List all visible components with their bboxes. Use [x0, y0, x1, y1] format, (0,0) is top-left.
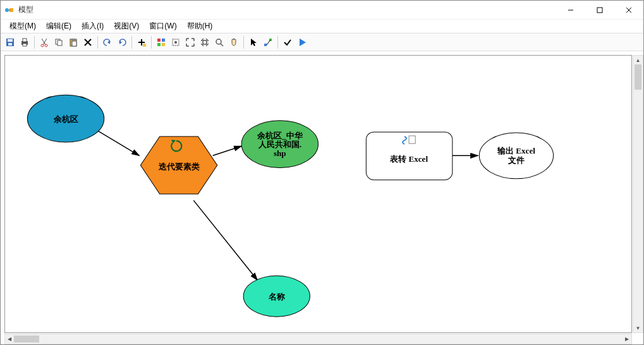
cut-icon[interactable]: [37, 35, 51, 49]
scroll-thumb[interactable]: [635, 64, 641, 90]
maximize-button[interactable]: [585, 1, 614, 20]
node-label: 文件: [507, 155, 525, 165]
redo-icon[interactable]: [115, 35, 129, 49]
svg-rect-43: [409, 136, 415, 143]
scroll-thumb[interactable]: [14, 336, 39, 342]
svg-marker-25: [119, 40, 122, 44]
menu-edit[interactable]: 编辑(E): [41, 20, 76, 33]
scroll-left-icon[interactable]: ◀: [5, 334, 14, 344]
scroll-right-icon[interactable]: ▶: [623, 334, 631, 344]
copy-icon[interactable]: [52, 35, 66, 49]
svg-rect-29: [157, 39, 161, 42]
autolayout-icon[interactable]: [154, 35, 168, 49]
svg-point-16: [45, 44, 47, 47]
toolbar: [1, 33, 643, 51]
save-icon[interactable]: [3, 35, 17, 49]
run-icon[interactable]: [295, 35, 309, 49]
pan-icon[interactable]: [227, 35, 241, 49]
full-extent-icon[interactable]: [169, 35, 183, 49]
connector[interactable]: [213, 146, 242, 155]
app-icon: [4, 5, 15, 15]
svg-rect-8: [8, 39, 13, 42]
minimize-button[interactable]: [556, 1, 585, 20]
zoom-in-icon[interactable]: [183, 35, 197, 49]
svg-rect-35: [203, 40, 207, 44]
svg-rect-30: [162, 39, 165, 42]
svg-marker-38: [251, 39, 257, 46]
delete-icon[interactable]: [81, 35, 95, 49]
print-icon[interactable]: [18, 35, 32, 49]
menu-insert[interactable]: 插入(I): [76, 20, 109, 33]
svg-rect-4: [597, 8, 602, 13]
toolbar-separator: [34, 36, 35, 49]
menu-window[interactable]: 窗口(W): [144, 20, 181, 33]
svg-point-34: [174, 41, 177, 44]
horizontal-scrollbar[interactable]: ◀ ▶: [4, 334, 632, 344]
svg-point-36: [216, 39, 221, 44]
node-label: 余杭区_中华: [257, 131, 303, 140]
svg-point-0: [5, 8, 9, 12]
paste-icon[interactable]: [66, 35, 80, 49]
toolbar-separator: [151, 36, 152, 49]
select-icon[interactable]: [246, 35, 260, 49]
vertical-scrollbar[interactable]: ▲ ▼: [633, 55, 643, 333]
window-title: 模型: [18, 4, 556, 15]
undo-icon[interactable]: [100, 35, 114, 49]
menu-model[interactable]: 模型(M): [4, 20, 41, 33]
node-label: shp: [274, 148, 286, 158]
svg-marker-42: [300, 39, 306, 46]
toolbar-separator: [277, 36, 278, 49]
menubar: 模型(M) 编辑(E) 插入(I) 视图(V) 窗口(W) 帮助(H): [1, 20, 643, 33]
svg-rect-39: [264, 44, 267, 46]
zoom-out-icon[interactable]: [198, 35, 212, 49]
node-label: 表转 Excel: [389, 154, 428, 164]
svg-rect-20: [71, 39, 75, 40]
svg-rect-9: [8, 43, 12, 45]
scroll-down-icon[interactable]: ▼: [633, 324, 643, 332]
svg-point-15: [41, 44, 44, 47]
toolbar-separator: [131, 36, 132, 49]
scroll-up-icon[interactable]: ▲: [633, 56, 643, 64]
model-canvas[interactable]: 余杭区 迭代要素类 余杭区_中华 人民共和国. shp 名称: [4, 55, 632, 333]
svg-rect-12: [23, 44, 27, 46]
titlebar: 模型: [1, 1, 643, 20]
close-button[interactable]: [614, 1, 643, 20]
menu-view[interactable]: 视图(V): [109, 20, 144, 33]
svg-marker-24: [107, 40, 110, 44]
toolbar-separator: [243, 36, 244, 49]
svg-rect-21: [72, 41, 76, 46]
connect-icon[interactable]: [261, 35, 275, 49]
svg-rect-11: [23, 39, 27, 42]
toolbar-separator: [97, 36, 98, 49]
node-label: 名称: [268, 292, 286, 301]
node-label: 迭代要素类: [158, 162, 200, 171]
node-label: 输出 Excel: [497, 146, 535, 155]
node-label: 余杭区: [53, 114, 78, 124]
svg-rect-28: [143, 44, 146, 47]
magnify-icon[interactable]: [212, 35, 226, 49]
svg-rect-18: [58, 40, 62, 45]
svg-rect-32: [162, 43, 165, 46]
svg-rect-31: [157, 43, 161, 46]
node-label: 人民共和国.: [258, 140, 301, 149]
connector[interactable]: [193, 200, 257, 280]
svg-line-41: [267, 40, 270, 45]
svg-line-37: [221, 44, 223, 46]
add-data-icon[interactable]: [135, 35, 149, 49]
menu-help[interactable]: 帮助(H): [182, 20, 218, 33]
validate-icon[interactable]: [281, 35, 295, 49]
